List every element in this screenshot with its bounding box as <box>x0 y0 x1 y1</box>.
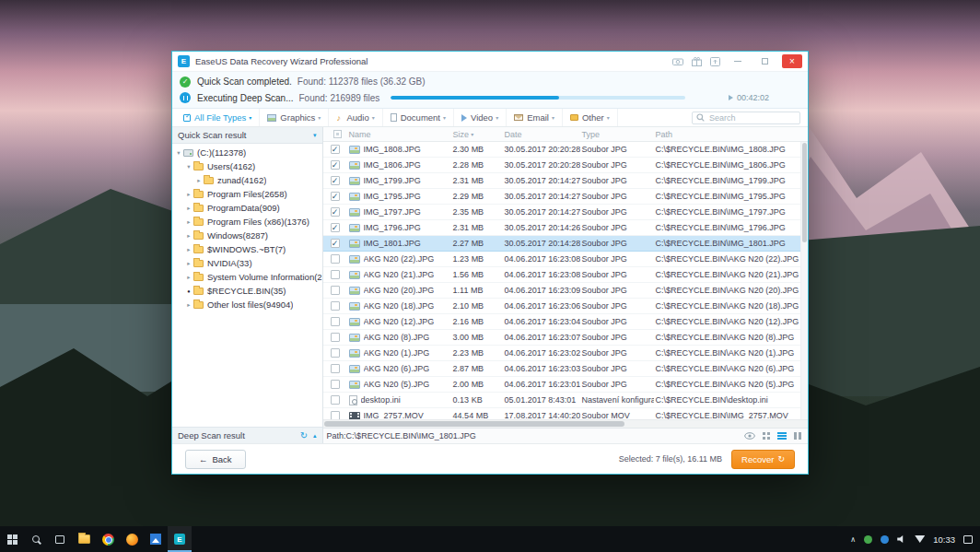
thumbnail-view-icon[interactable] <box>763 432 770 440</box>
row-checkbox[interactable] <box>331 348 340 358</box>
filter-tab-document[interactable]: Document▾ <box>383 109 454 126</box>
row-checkbox[interactable] <box>331 192 340 201</box>
tree-item[interactable]: ●$RECYCLE.BIN(35) <box>172 284 322 298</box>
action-center-icon[interactable] <box>963 535 973 544</box>
table-row[interactable]: IMG_1808.JPG2.30 MB30.05.2017 20:20:28So… <box>323 142 808 158</box>
tree-item[interactable]: ▾Users(4162) <box>172 159 322 173</box>
chevron-right-icon[interactable]: ▸ <box>184 274 193 281</box>
deep-scan-result-header[interactable]: Deep Scan result ↻ ▴ <box>172 427 322 443</box>
row-checkbox[interactable] <box>331 380 340 389</box>
chevron-right-icon[interactable]: ▸ <box>194 177 204 184</box>
table-row[interactable]: IMG_1799.JPG2.31 MB30.05.2017 20:14:27So… <box>323 173 808 189</box>
horizontal-scrollbar-thumb[interactable] <box>324 421 624 427</box>
table-row[interactable]: IMG_1797.JPG2.35 MB30.05.2017 20:14:27So… <box>323 205 808 220</box>
chevron-right-icon[interactable]: ▸ <box>184 205 193 212</box>
tray-green-icon[interactable] <box>864 535 872 544</box>
column-date[interactable]: Date <box>503 130 580 139</box>
selected-dot[interactable]: ● <box>184 288 193 294</box>
tree-item[interactable]: ▸System Volume Information(2 <box>172 270 322 284</box>
recover-button[interactable]: Recover ↻ <box>731 450 795 469</box>
maximize-button[interactable] <box>755 54 774 68</box>
table-row[interactable]: AKG N20 (20).JPG1.11 MB04.06.2017 16:23:… <box>323 283 808 299</box>
chevron-right-icon[interactable]: ▸ <box>184 218 193 226</box>
column-path[interactable]: Path <box>654 130 808 139</box>
search-box[interactable] <box>692 112 800 124</box>
table-row[interactable]: IMG_1796.JPG2.31 MB30.05.2017 20:14:26So… <box>323 220 808 236</box>
select-all-checkbox[interactable] <box>333 130 342 138</box>
chevron-down-icon[interactable]: ▾ <box>184 163 193 170</box>
table-row[interactable]: AKG N20 (12).JPG2.16 MB04.06.2017 16:23:… <box>323 314 808 330</box>
pause-circle-icon[interactable] <box>180 92 191 103</box>
filter-tab-email[interactable]: Email▾ <box>507 109 563 126</box>
tree-item[interactable]: ▸ProgramData(909) <box>172 201 322 215</box>
filter-tab-video[interactable]: Video▾ <box>454 109 507 126</box>
row-checkbox[interactable] <box>331 145 340 154</box>
row-checkbox[interactable] <box>331 239 340 248</box>
vertical-scrollbar-thumb[interactable] <box>802 143 807 242</box>
upgrade-icon[interactable] <box>710 57 720 66</box>
tree-item[interactable]: ▸Windows(8287) <box>172 229 322 242</box>
row-checkbox[interactable] <box>331 254 340 264</box>
table-row[interactable]: AKG N20 (21).JPG1.56 MB04.06.2017 16:23:… <box>323 267 808 283</box>
tree-item[interactable]: ▸Other lost files(94904) <box>172 298 322 311</box>
row-checkbox[interactable] <box>331 286 340 295</box>
taskbar-clock[interactable]: 10:33 <box>933 534 955 545</box>
filter-tab-audio[interactable]: Audio▾ <box>329 109 382 126</box>
tree-item[interactable]: ▸zunad(4162) <box>172 173 322 187</box>
gift-icon[interactable] <box>692 57 702 66</box>
table-row[interactable]: IMG_1806.JPG2.28 MB30.05.2017 20:20:28So… <box>323 158 808 173</box>
table-row[interactable]: IMG_1795.JPG2.29 MB30.05.2017 20:14:27So… <box>323 189 808 205</box>
tree-item[interactable]: ▸Program Files (x86)(1376) <box>172 215 322 229</box>
search-taskbar-button[interactable] <box>24 526 48 552</box>
task-view-taskbar-button[interactable] <box>48 526 72 552</box>
chevron-up-icon[interactable] <box>850 535 856 544</box>
row-checkbox[interactable] <box>331 207 340 217</box>
chrome-taskbar-button[interactable] <box>96 526 120 552</box>
table-row[interactable]: AKG N20 (6).JPG2.87 MB04.06.2017 16:23:0… <box>323 361 808 377</box>
column-name[interactable]: Name <box>347 130 451 139</box>
chevron-right-icon[interactable]: ▸ <box>184 246 193 253</box>
tree-item[interactable]: ▸NVIDIA(33) <box>172 256 322 270</box>
table-row[interactable]: AKG N20 (1).JPG2.23 MB04.06.2017 16:23:0… <box>323 346 808 361</box>
row-checkbox[interactable] <box>331 333 340 342</box>
refresh-icon[interactable]: ↻ <box>300 430 308 440</box>
chevron-right-icon[interactable]: ▸ <box>184 232 193 240</box>
tree-item[interactable]: ▾(C:)(112378) <box>172 146 322 159</box>
row-checkbox[interactable] <box>331 395 340 405</box>
chevron-down-icon[interactable]: ▾ <box>174 149 183 157</box>
file-explorer-taskbar-button[interactable] <box>72 526 96 552</box>
quick-scan-result-header[interactable]: Quick Scan result ▾ <box>172 127 322 144</box>
row-checkbox[interactable] <box>331 160 340 170</box>
close-button[interactable]: × <box>782 54 802 68</box>
camera-icon[interactable] <box>672 57 683 65</box>
row-checkbox[interactable] <box>331 176 340 185</box>
table-row[interactable]: AKG N20 (22).JPG1.23 MB04.06.2017 16:23:… <box>323 252 808 267</box>
tree-item[interactable]: ▸$WINDOWS.~BT(7) <box>172 242 322 256</box>
easeus-taskbar-button[interactable] <box>168 526 192 552</box>
back-button[interactable]: ← Back <box>185 450 246 469</box>
chevron-up-icon[interactable]: ▴ <box>313 432 317 440</box>
row-checkbox[interactable] <box>331 411 340 419</box>
filter-tab-graphics[interactable]: Graphics▾ <box>260 109 329 126</box>
column-size[interactable]: Size▾ <box>451 130 503 139</box>
table-row[interactable]: IMG_2757.MOV44.54 MB17.08.2017 14:40:20S… <box>323 408 808 419</box>
column-view-icon[interactable] <box>794 432 801 440</box>
row-checkbox[interactable] <box>331 270 340 279</box>
list-view-icon[interactable] <box>777 432 787 440</box>
horizontal-scrollbar[interactable] <box>323 419 808 428</box>
table-row[interactable]: desktop.ini0.13 KB05.01.2017 8:43:01Nast… <box>323 393 808 408</box>
chevron-down-icon[interactable]: ▾ <box>313 132 317 139</box>
row-checkbox[interactable] <box>331 223 340 232</box>
preview-eye-icon[interactable] <box>744 432 755 440</box>
firefox-taskbar-button[interactable] <box>120 526 144 552</box>
row-checkbox[interactable] <box>331 301 340 311</box>
table-row[interactable]: IMG_1801.JPG2.27 MB30.05.2017 20:14:28So… <box>323 236 808 252</box>
table-row[interactable]: AKG N20 (8).JPG3.00 MB04.06.2017 16:23:0… <box>323 330 808 346</box>
tree-item[interactable]: ▸Program Files(2658) <box>172 187 322 201</box>
table-row[interactable]: AKG N20 (5).JPG2.00 MB04.06.2017 16:23:0… <box>323 377 808 393</box>
chevron-right-icon[interactable]: ▸ <box>184 260 193 267</box>
tray-blue-icon[interactable] <box>881 535 889 544</box>
filter-tab-alltypes[interactable]: All File Types▾ <box>176 109 260 126</box>
start-taskbar-button[interactable] <box>0 526 24 552</box>
row-checkbox[interactable] <box>331 364 340 373</box>
